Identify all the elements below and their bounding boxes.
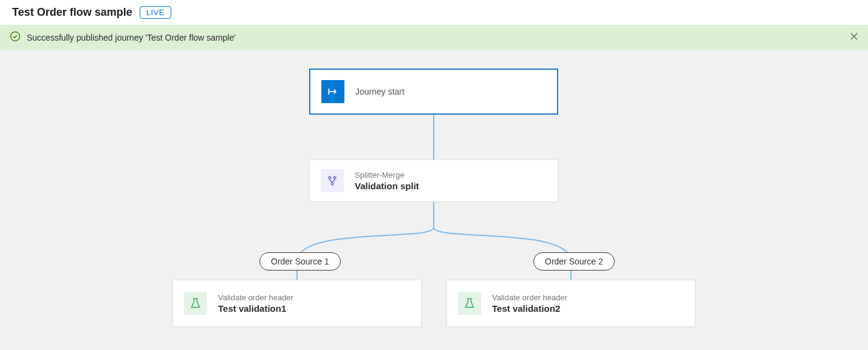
node-journey-start[interactable]: Journey start [309,69,558,115]
check-circle-icon [10,31,21,44]
node-test-validation2[interactable]: Validate order header Test validation2 [446,280,695,327]
close-icon[interactable] [849,31,859,44]
node-leaf1-name: Test validation1 [218,303,293,314]
notification-message: Successfully published journey 'Test Ord… [27,33,236,42]
node-split-name: Validation split [355,181,419,191]
svg-point-10 [333,177,336,179]
beaker-icon [184,292,207,315]
beaker-icon [458,292,481,315]
node-split-type: Splitter-Merge [355,170,419,180]
node-validation-split[interactable]: Splitter-Merge Validation split [309,160,558,202]
status-badge: LIVE [140,6,171,19]
node-test-validation1[interactable]: Validate order header Test validation1 [173,280,422,327]
page-title: Test Order flow sample [12,6,132,19]
branch-pill-1[interactable]: Order Source 1 [259,252,341,271]
svg-point-0 [11,32,20,41]
journey-canvas[interactable]: Journey start Splitter-Merge Validation … [0,50,868,347]
notification-bar: Successfully published journey 'Test Ord… [0,25,868,50]
page-header: Test Order flow sample LIVE [0,0,868,25]
start-arrow-icon [321,80,344,103]
node-leaf2-name: Test validation2 [492,303,567,314]
node-leaf1-type: Validate order header [218,293,293,302]
svg-point-11 [331,183,333,185]
node-start-label: Journey start [355,87,405,96]
svg-point-9 [329,177,331,179]
node-leaf2-type: Validate order header [492,293,567,302]
split-icon [321,169,344,192]
branch-pill-2[interactable]: Order Source 2 [533,252,615,271]
